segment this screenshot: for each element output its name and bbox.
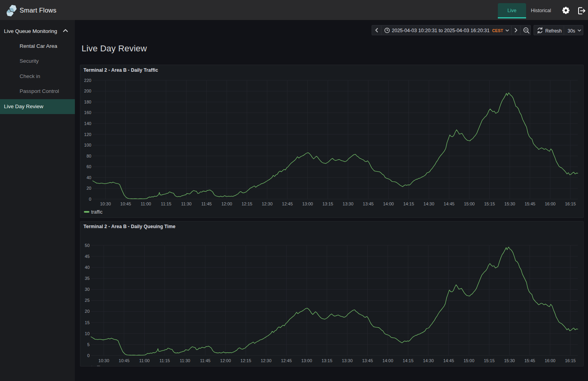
svg-text:20: 20 (87, 186, 91, 190)
svg-text:12:00: 12:00 (221, 201, 232, 206)
svg-text:11:00: 11:00 (141, 201, 151, 206)
svg-text:14:30: 14:30 (423, 358, 434, 363)
svg-text:11:15: 11:15 (160, 358, 170, 363)
svg-text:15: 15 (85, 320, 89, 325)
svg-text:14:15: 14:15 (403, 201, 414, 206)
svg-text:12:30: 12:30 (262, 201, 273, 206)
svg-text:13:15: 13:15 (322, 201, 333, 206)
svg-text:15:15: 15:15 (484, 201, 495, 206)
svg-text:60: 60 (87, 164, 91, 169)
svg-text:50: 50 (85, 243, 89, 248)
svg-text:12:30: 12:30 (261, 358, 272, 363)
svg-text:14:45: 14:45 (443, 358, 454, 363)
svg-text:40: 40 (87, 175, 91, 180)
svg-text:160: 160 (84, 110, 91, 115)
svg-text:16:00: 16:00 (545, 201, 556, 206)
svg-text:10: 10 (85, 331, 89, 336)
svg-text:14:45: 14:45 (444, 201, 455, 206)
svg-text:11:15: 11:15 (161, 201, 171, 206)
svg-text:13:30: 13:30 (343, 201, 354, 206)
svg-text:14:30: 14:30 (423, 201, 434, 206)
svg-text:16:15: 16:15 (565, 201, 576, 206)
svg-text:11:45: 11:45 (200, 358, 211, 363)
svg-text:15:00: 15:00 (464, 201, 475, 206)
svg-text:40: 40 (85, 265, 89, 270)
svg-text:45: 45 (85, 254, 89, 259)
svg-text:13:15: 13:15 (321, 358, 332, 363)
svg-text:15:30: 15:30 (505, 201, 515, 206)
svg-text:15:15: 15:15 (484, 358, 495, 363)
svg-text:12:15: 12:15 (241, 201, 252, 206)
svg-text:14:00: 14:00 (382, 358, 393, 363)
svg-text:0: 0 (89, 197, 91, 201)
svg-text:14:00: 14:00 (383, 201, 394, 206)
svg-text:10:45: 10:45 (120, 201, 131, 206)
svg-text:15:45: 15:45 (524, 201, 535, 206)
svg-text:12:00: 12:00 (220, 358, 231, 363)
svg-text:10:30: 10:30 (98, 358, 109, 363)
svg-text:13:00: 13:00 (302, 201, 313, 206)
svg-text:220: 220 (84, 78, 91, 83)
svg-text:20: 20 (85, 309, 89, 314)
svg-text:traffic: traffic (91, 365, 103, 367)
svg-text:16:15: 16:15 (565, 358, 576, 363)
svg-text:35: 35 (85, 276, 89, 281)
svg-text:12:45: 12:45 (281, 358, 292, 363)
svg-text:30: 30 (85, 287, 89, 292)
svg-text:10:45: 10:45 (119, 358, 130, 363)
svg-text:11:30: 11:30 (180, 358, 190, 363)
svg-text:140: 140 (84, 121, 91, 126)
svg-text:12:15: 12:15 (240, 358, 251, 363)
svg-text:13:00: 13:00 (301, 358, 312, 363)
svg-text:0: 0 (87, 353, 89, 358)
svg-text:25: 25 (85, 298, 89, 303)
svg-text:10:30: 10:30 (100, 201, 111, 206)
svg-text:13:30: 13:30 (342, 358, 353, 363)
svg-text:11:00: 11:00 (139, 358, 150, 363)
svg-text:14:15: 14:15 (403, 358, 414, 363)
svg-text:180: 180 (84, 100, 91, 104)
svg-text:80: 80 (87, 154, 91, 158)
svg-text:15:45: 15:45 (524, 358, 535, 363)
svg-text:5: 5 (87, 342, 89, 347)
svg-text:traffic: traffic (91, 209, 103, 215)
svg-text:16:00: 16:00 (544, 358, 555, 363)
svg-text:12:45: 12:45 (282, 201, 293, 206)
svg-text:200: 200 (84, 89, 91, 93)
svg-text:11:45: 11:45 (201, 201, 212, 206)
svg-text:100: 100 (84, 143, 91, 147)
svg-text:13:45: 13:45 (362, 358, 373, 363)
svg-text:15:00: 15:00 (463, 358, 474, 363)
svg-text:120: 120 (84, 132, 91, 137)
svg-text:15:30: 15:30 (504, 358, 515, 363)
svg-text:11:30: 11:30 (181, 201, 192, 206)
svg-text:13:45: 13:45 (363, 201, 374, 206)
